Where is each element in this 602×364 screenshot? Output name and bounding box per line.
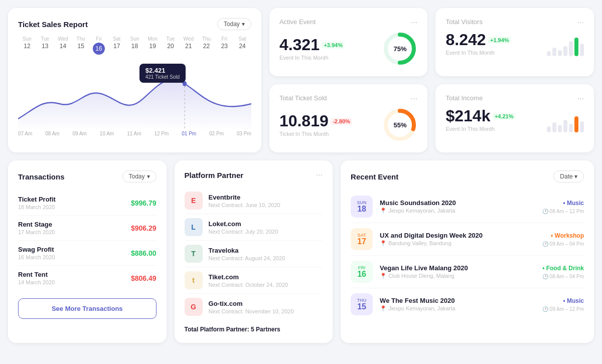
total-visitors-number: 8.242 [445, 31, 486, 49]
total-visitors-menu[interactable]: ··· [577, 18, 584, 27]
bar [563, 120, 567, 132]
date-item[interactable]: Wed14 [54, 36, 72, 55]
event-tag: • Music [542, 297, 584, 304]
event-time: 🕐 09 Am – 04 Pm [542, 241, 584, 247]
trans-date: 16 March 2020 [18, 254, 55, 260]
bar [547, 126, 551, 133]
trans-name: Swag Profit [18, 246, 55, 253]
time-label: 10 Am [100, 131, 114, 136]
transaction-item: Swag Profit 16 March 2020 $886.00 [18, 241, 157, 266]
bar [558, 125, 562, 132]
see-more-transactions-button[interactable]: See More Transactions [18, 298, 157, 319]
active-event-sub: Event In This Month [279, 55, 345, 61]
bar [558, 50, 562, 57]
date-item[interactable]: Fri23 [215, 36, 233, 55]
active-event-card: Active Event ··· 4.321 +3.94% Event In T… [269, 8, 428, 76]
date-item[interactable]: Wed21 [180, 36, 198, 55]
event-info: We The Fest Music 2020 📍 Jiexpo Kemayora… [380, 297, 535, 312]
partner-name: Go-tix.com [209, 300, 294, 307]
partner-item: t Tiket.com Next Contract: October 24, 2… [185, 267, 323, 294]
partner-contract: Next Contract: October 24, 2020 [209, 282, 288, 288]
active-event-menu[interactable]: ··· [411, 18, 417, 27]
bar [563, 46, 567, 56]
total-ticket-donut: 55% [382, 107, 417, 142]
date-item[interactable]: Mon19 [143, 36, 162, 55]
total-income-title: Total Income [445, 94, 483, 102]
total-visitors-badge: +1.94% [488, 37, 511, 44]
event-time: 🕐 09 Am – 12 Pm [542, 306, 584, 312]
partner-item: T Traveloka Next Contract: August 24, 20… [185, 241, 323, 267]
partner-contract: Next Contract: July 20, 2020 [209, 229, 278, 235]
recent-event-filter-button[interactable]: Date ▾ [553, 170, 584, 183]
partner-logo: G [185, 298, 203, 316]
date-item[interactable]: Sun12 [18, 36, 36, 55]
total-visitors-title: Total Visitors [445, 18, 482, 26]
date-item[interactable]: Thu22 [198, 36, 216, 55]
total-income-card: Total Income ··· $214k +4.21% Event In T… [435, 84, 594, 152]
partner-name: Traveloka [209, 247, 285, 254]
transaction-item: Rent Stage 17 March 2020 $906.29 [18, 216, 157, 241]
sales-report-card: Ticket Sales Report Today ▾ Sun12Tue13We… [8, 8, 261, 152]
sales-chart: $2.421 421 Ticket Sold [18, 59, 251, 129]
visitors-income-col: Total Visitors ··· 8.242 +1.94% Event In… [435, 8, 594, 152]
date-item[interactable]: Tue20 [162, 36, 180, 55]
trans-amount: $886.00 [131, 249, 157, 257]
trans-name: Rent Tent [18, 271, 55, 278]
event-info: Vegan Life Live Malang 2020 📍 Club House… [380, 264, 535, 279]
bar [574, 38, 578, 57]
date-item[interactable]: Fri16 [90, 36, 108, 55]
total-ticket-card: Total Ticket Sold ··· 10.819 -2.80% Tick… [269, 84, 428, 152]
bar [547, 51, 551, 56]
date-item[interactable]: Sat17 [108, 36, 126, 55]
trans-amount: $996.79 [131, 199, 157, 207]
transactions-card: Transactions Today ▾ Ticket Profit 18 Ma… [8, 160, 167, 343]
income-bar-chart [547, 107, 584, 132]
event-time: 🕐 08 Am – 12 Pm [542, 209, 584, 214]
partner-item: L Loket.com Next Contract: July 20, 2020 [185, 214, 323, 241]
date-item[interactable]: Thu15 [72, 36, 90, 55]
partner-contract: Next Contract: August 24, 2020 [209, 255, 285, 261]
event-name: We The Fest Music 2020 [380, 297, 535, 304]
bar [552, 48, 556, 57]
date-item[interactable]: Sun18 [126, 36, 144, 55]
total-income-menu[interactable]: ··· [577, 94, 584, 103]
bar [580, 121, 584, 133]
total-income-badge: +4.21% [493, 113, 516, 120]
time-label: 07 Am [18, 131, 32, 136]
platform-partner-card: Platform Partner ··· E Eventbrite Next C… [175, 160, 333, 343]
transactions-list: Ticket Profit 18 March 2020 $996.79 Rent… [18, 191, 157, 290]
time-label: 02 Pm [209, 131, 224, 136]
time-label: 09 Am [73, 131, 87, 136]
partner-menu[interactable]: ··· [316, 170, 323, 179]
trans-date: 18 March 2020 [18, 204, 56, 210]
event-item: SUN 18 Music Soundsation 2020 📍 Jiexpo K… [351, 191, 584, 223]
transactions-filter-button[interactable]: Today ▾ [122, 170, 157, 183]
event-item: FRI 16 Vegan Life Live Malang 2020 📍 Clu… [351, 256, 584, 288]
partner-name: Tiket.com [209, 273, 288, 281]
event-date-badge: SAT 17 [351, 228, 373, 250]
partner-name: Eventbrite [209, 194, 280, 201]
transaction-item: Rent Tent 14 March 2020 $806.49 [18, 266, 157, 290]
date-item[interactable]: Tue13 [36, 36, 54, 55]
event-info: Music Soundsation 2020 📍 Jiexpo Kemayora… [380, 199, 535, 214]
event-tag: • Food & Drink [542, 265, 584, 272]
event-time: 🕐 08 Am – 04 Pm [542, 274, 584, 279]
chart-time-labels: 07 Am08 Am09 Am10 Am11 Am12 Pm01 Pm02 Pm… [18, 131, 251, 136]
event-name: Music Soundsation 2020 [380, 199, 535, 207]
total-ticket-menu[interactable]: ··· [411, 94, 417, 103]
date-item[interactable]: Sat24 [233, 36, 251, 55]
partner-list: E Eventbrite Next Contract: June 10, 202… [185, 188, 323, 320]
event-tag: • Workshop [542, 232, 584, 239]
trans-date: 14 March 2020 [18, 279, 55, 285]
bar [552, 122, 556, 132]
event-location: 📍 Jiexpo Kemayoran, Jakarta [380, 208, 535, 214]
event-location: 📍 Club House Dieng, Malang [380, 273, 535, 279]
partner-contract: Next Contract: November 10, 2020 [209, 308, 294, 314]
event-item: SAT 17 UX and Digital Design Week 2020 📍… [351, 223, 584, 256]
event-right: • Workshop 🕐 09 Am – 04 Pm [542, 232, 584, 247]
today-filter-button[interactable]: Today ▾ [217, 18, 251, 30]
partner-logo: t [185, 271, 203, 289]
time-label: 08 Am [45, 131, 59, 136]
active-event-donut: 75% [382, 31, 417, 66]
event-location: 📍 Bandung Valley, Bandung [380, 240, 535, 247]
